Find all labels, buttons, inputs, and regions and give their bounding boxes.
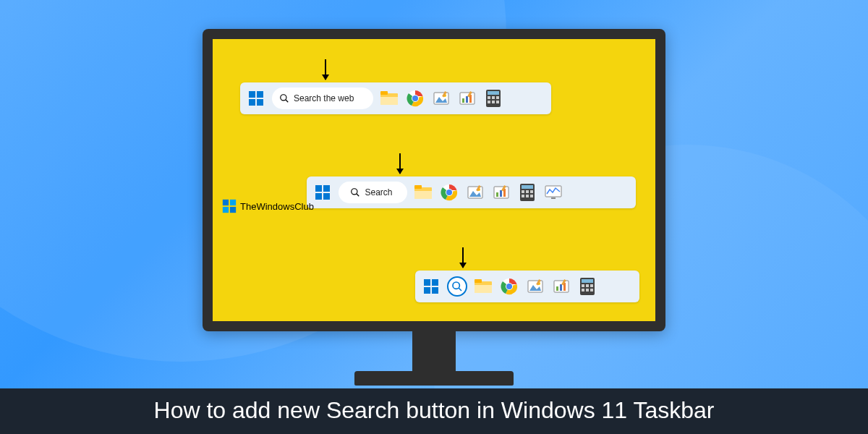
chrome-icon[interactable] <box>405 88 425 109</box>
svg-rect-44 <box>496 192 498 197</box>
arrow-indicator-2 <box>399 153 401 174</box>
file-explorer-icon[interactable] <box>379 88 399 109</box>
monitor-stand-neck <box>412 331 456 371</box>
taskbar-variant-3 <box>415 271 639 302</box>
svg-rect-84 <box>586 289 589 292</box>
svg-rect-54 <box>526 195 529 197</box>
svg-rect-57 <box>551 197 556 199</box>
svg-rect-45 <box>500 190 502 197</box>
monitor-screen: Search the web <box>213 39 655 321</box>
svg-rect-3 <box>257 99 263 106</box>
chart-app-icon[interactable] <box>551 276 571 297</box>
start-icon[interactable] <box>421 276 441 297</box>
svg-rect-21 <box>488 91 499 95</box>
start-icon[interactable] <box>312 182 333 203</box>
svg-rect-85 <box>590 289 593 292</box>
svg-rect-30 <box>315 193 322 200</box>
svg-point-69 <box>506 284 512 289</box>
calculator-icon[interactable] <box>483 88 503 109</box>
svg-rect-7 <box>380 91 388 95</box>
svg-rect-88 <box>223 207 229 213</box>
svg-rect-29 <box>323 185 330 192</box>
taskbar-variant-2: Search <box>307 176 636 208</box>
svg-line-5 <box>286 100 289 103</box>
svg-rect-8 <box>380 97 398 105</box>
chrome-icon[interactable] <box>439 182 459 203</box>
svg-rect-66 <box>475 285 492 293</box>
arrow-indicator-1 <box>325 59 326 80</box>
svg-point-11 <box>412 95 418 101</box>
svg-rect-28 <box>315 185 322 192</box>
article-title: How to add new Search button in Windows … <box>0 388 868 434</box>
svg-line-33 <box>357 194 359 197</box>
svg-rect-81 <box>586 284 589 287</box>
svg-rect-2 <box>249 99 255 106</box>
search-icon-button[interactable] <box>447 276 467 297</box>
monitor-app-icon[interactable] <box>543 182 563 203</box>
file-explorer-icon[interactable] <box>413 182 433 203</box>
svg-rect-51 <box>526 190 529 193</box>
search-icon <box>451 281 463 292</box>
svg-rect-61 <box>432 287 438 294</box>
svg-point-4 <box>281 95 286 101</box>
svg-rect-86 <box>223 200 229 205</box>
monitor-stand-base <box>354 371 514 386</box>
svg-point-62 <box>453 282 459 289</box>
svg-rect-50 <box>522 190 524 193</box>
svg-rect-26 <box>492 101 495 103</box>
svg-rect-65 <box>475 279 482 283</box>
svg-rect-49 <box>522 185 533 189</box>
search-icon <box>279 93 289 103</box>
search-box-wide[interactable]: Search the web <box>272 88 373 109</box>
svg-rect-55 <box>530 195 533 197</box>
arrow-indicator-3 <box>462 247 464 268</box>
svg-rect-25 <box>488 101 490 103</box>
svg-rect-27 <box>496 101 499 103</box>
monitor-frame: Search the web <box>203 29 665 386</box>
svg-rect-87 <box>230 200 236 205</box>
watermark: TheWindowsClub <box>221 198 314 214</box>
svg-rect-82 <box>590 284 593 287</box>
svg-rect-79 <box>582 279 593 283</box>
taskbar-variant-1: Search the web <box>240 82 551 114</box>
svg-rect-1 <box>257 91 263 98</box>
svg-rect-80 <box>582 284 584 287</box>
file-explorer-icon[interactable] <box>473 276 493 297</box>
calculator-icon[interactable] <box>517 182 537 203</box>
svg-rect-59 <box>432 279 438 286</box>
chart-app-icon[interactable] <box>491 182 511 203</box>
search-label: Search <box>365 187 392 197</box>
search-icon <box>350 187 360 197</box>
windowsclub-logo-icon <box>221 198 237 214</box>
svg-rect-75 <box>560 284 562 291</box>
svg-point-32 <box>352 189 357 195</box>
monitor-bezel: Search the web <box>203 29 665 331</box>
svg-rect-36 <box>414 191 432 199</box>
svg-rect-16 <box>462 98 464 103</box>
chart-app-icon[interactable] <box>457 88 477 109</box>
svg-rect-60 <box>424 287 430 294</box>
svg-rect-17 <box>466 96 468 103</box>
svg-rect-74 <box>556 286 558 291</box>
svg-rect-22 <box>488 96 490 99</box>
search-box-narrow[interactable]: Search <box>339 182 407 203</box>
start-icon[interactable] <box>246 88 266 109</box>
svg-rect-52 <box>530 190 533 193</box>
chrome-icon[interactable] <box>499 276 519 297</box>
paint-icon[interactable] <box>525 276 545 297</box>
calculator-icon[interactable] <box>577 276 597 297</box>
svg-rect-53 <box>522 195 524 197</box>
svg-rect-58 <box>424 279 430 286</box>
watermark-text: TheWindowsClub <box>240 201 314 212</box>
svg-rect-0 <box>249 91 255 98</box>
search-label: Search the web <box>294 93 354 103</box>
svg-rect-23 <box>492 96 495 99</box>
svg-point-39 <box>446 190 452 195</box>
svg-rect-31 <box>323 193 330 200</box>
svg-rect-83 <box>582 289 584 292</box>
svg-rect-89 <box>230 207 236 213</box>
svg-rect-24 <box>496 96 499 99</box>
svg-line-63 <box>459 288 461 291</box>
paint-icon[interactable] <box>465 182 485 203</box>
paint-icon[interactable] <box>431 88 451 109</box>
